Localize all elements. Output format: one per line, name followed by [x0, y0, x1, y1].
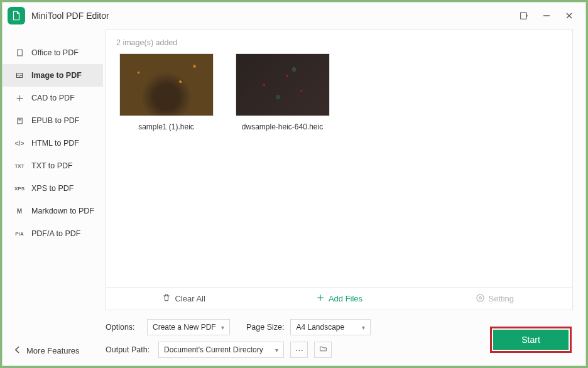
- titlebar: MiniTool PDF Editor: [3, 3, 585, 29]
- pagesize-value: A4 Landscape: [296, 323, 344, 332]
- file-thumb[interactable]: dwsample-heic-640.heic: [234, 53, 331, 131]
- sidebar-item-epub-to-pdf[interactable]: EPUB to PDF: [3, 109, 103, 132]
- sidebar-item-label: PDF/A to PDF: [31, 229, 81, 238]
- pagesize-select[interactable]: A4 Landscape ▾: [290, 319, 371, 335]
- sidebar-item-office-to-pdf[interactable]: Office to PDF: [3, 41, 103, 64]
- sidebar-item-label: Markdown to PDF: [31, 207, 94, 215]
- file-name: dwsample-heic-640.heic: [242, 122, 323, 131]
- more-options-button[interactable]: ⋯: [290, 342, 308, 358]
- sidebar-item-cad-to-pdf[interactable]: CAD to PDF: [3, 87, 103, 109]
- chevron-down-icon: ▾: [275, 347, 278, 354]
- options-value: Create a New PDF: [153, 323, 216, 332]
- pdfa-icon: P/A: [14, 231, 25, 237]
- image-icon: [14, 72, 25, 79]
- close-button[interactable]: [558, 4, 580, 27]
- app-title: MiniTool PDF Editor: [31, 11, 109, 21]
- options-select[interactable]: Create a New PDF ▾: [147, 319, 230, 335]
- panel-actions: Clear All Add Files Setting: [106, 287, 572, 310]
- sidebar-item-label: EPUB to PDF: [31, 116, 79, 125]
- app-logo: [8, 7, 25, 24]
- plus-icon: [316, 293, 325, 304]
- xps-icon: XPS: [14, 186, 25, 192]
- svg-rect-4: [17, 50, 22, 56]
- output-path-select[interactable]: Document's Current Directory ▾: [158, 342, 284, 358]
- file-thumb[interactable]: sample1 (1).heic: [117, 53, 215, 131]
- sidebar: Office to PDF Image to PDF CAD to PDF EP…: [3, 29, 103, 365]
- svg-point-13: [479, 296, 481, 299]
- setting-label: Setting: [489, 294, 514, 303]
- sidebar-item-image-to-pdf[interactable]: Image to PDF: [3, 64, 103, 87]
- clear-all-label: Clear All: [175, 294, 205, 303]
- sidebar-item-xps-to-pdf[interactable]: XPS XPS to PDF: [3, 177, 103, 200]
- markdown-icon: M: [14, 208, 25, 215]
- browse-folder-button[interactable]: [314, 342, 332, 358]
- office-icon: [14, 48, 25, 57]
- cad-icon: [14, 94, 25, 102]
- thumbnail-row: sample1 (1).heic dwsample-heic-640.heic: [106, 53, 572, 131]
- add-files-label: Add Files: [329, 294, 362, 303]
- options-label: Options:: [106, 323, 141, 332]
- files-panel: 2 image(s) added sample1 (1).heic dwsamp…: [106, 29, 573, 310]
- minimize-button[interactable]: [535, 4, 558, 27]
- sidebar-item-markdown-to-pdf[interactable]: M Markdown to PDF: [3, 200, 103, 222]
- output-path-label: Output Path:: [106, 345, 152, 354]
- clear-all-button[interactable]: Clear All: [106, 288, 261, 310]
- sidebar-item-pdfa-to-pdf[interactable]: P/A PDF/A to PDF: [3, 222, 103, 245]
- chevron-down-icon: ▾: [221, 324, 224, 331]
- thumbnail-image: [119, 53, 214, 116]
- svg-point-14: [476, 294, 483, 301]
- more-features-button[interactable]: More Features: [3, 335, 103, 365]
- ellipsis-icon: ⋯: [295, 345, 303, 355]
- panel-status: 2 image(s) added: [106, 30, 572, 53]
- sidebar-item-label: HTML to PDF: [31, 139, 79, 148]
- html-icon: </>: [14, 140, 25, 147]
- app-window: MiniTool PDF Editor Office to PDF Image …: [2, 2, 586, 366]
- start-label: Start: [521, 335, 540, 345]
- gear-icon: [476, 293, 485, 305]
- sidebar-item-label: TXT to PDF: [31, 161, 73, 170]
- txt-icon: TXT: [14, 163, 25, 169]
- chevron-down-icon: ▾: [362, 324, 365, 331]
- sidebar-item-label: XPS to PDF: [31, 184, 74, 193]
- trash-icon: [162, 293, 171, 304]
- epub-icon: [14, 117, 25, 125]
- sidebar-item-txt-to-pdf[interactable]: TXT TXT to PDF: [3, 154, 103, 177]
- start-button[interactable]: Start: [493, 330, 569, 350]
- output-path-value: Document's Current Directory: [164, 345, 263, 354]
- pagesize-label: Page Size:: [246, 323, 284, 332]
- sidebar-item-html-to-pdf[interactable]: </> HTML to PDF: [3, 132, 103, 154]
- main-area: 2 image(s) added sample1 (1).heic dwsamp…: [103, 29, 585, 365]
- sidebar-item-label: CAD to PDF: [31, 94, 75, 102]
- sidebar-item-label: Office to PDF: [31, 48, 79, 57]
- more-features-label: More Features: [26, 346, 80, 355]
- start-highlight: Start: [490, 327, 572, 353]
- thumbnail-image: [236, 53, 330, 116]
- chevron-left-icon: [15, 346, 20, 355]
- titlebar-extra-icon[interactable]: [513, 4, 535, 27]
- folder-icon: [318, 345, 328, 355]
- svg-rect-0: [521, 13, 526, 19]
- sidebar-item-label: Image to PDF: [31, 71, 82, 80]
- add-files-button[interactable]: Add Files: [261, 288, 416, 310]
- setting-button[interactable]: Setting: [417, 288, 572, 310]
- file-name: sample1 (1).heic: [138, 122, 194, 131]
